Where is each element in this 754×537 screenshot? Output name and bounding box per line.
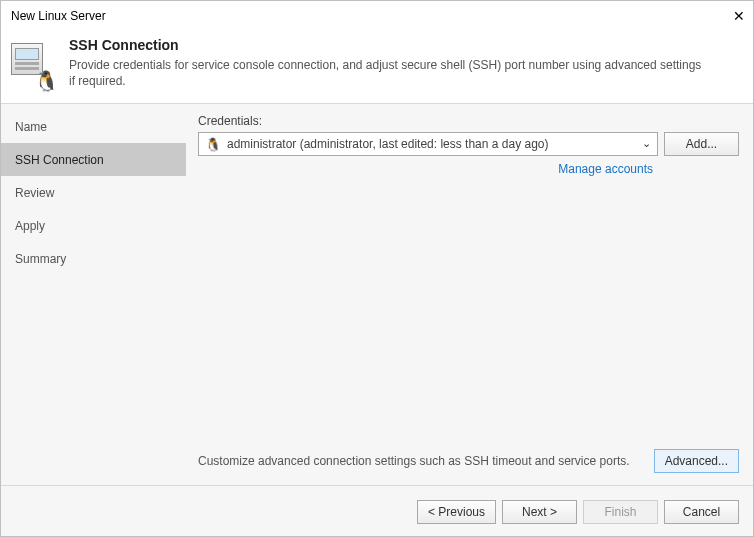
sidebar-item-label: Apply [15, 219, 45, 233]
sidebar-item-label: Name [15, 120, 47, 134]
sidebar-item-apply[interactable]: Apply [1, 209, 186, 242]
sidebar-item-label: SSH Connection [15, 153, 104, 167]
window-title: New Linux Server [11, 9, 106, 23]
main-panel: Credentials: 🐧 administrator (administra… [186, 104, 753, 485]
add-button[interactable]: Add... [664, 132, 739, 156]
wizard-window: New Linux Server ✕ 🐧 SSH Connection Prov… [0, 0, 754, 537]
sidebar-item-label: Review [15, 186, 54, 200]
credentials-row: 🐧 administrator (administrator, last edi… [198, 132, 739, 156]
server-linux-icon: 🐧 [11, 41, 55, 85]
advanced-row: Customize advanced connection settings s… [198, 441, 739, 473]
manage-accounts-link[interactable]: Manage accounts [198, 162, 739, 176]
titlebar: New Linux Server ✕ [1, 1, 753, 31]
credentials-selected-text: administrator (administrator, last edite… [227, 137, 549, 151]
header-text: SSH Connection Provide credentials for s… [69, 37, 709, 89]
wizard-body: Name SSH Connection Review Apply Summary… [1, 104, 753, 485]
close-icon[interactable]: ✕ [705, 8, 745, 24]
sidebar-item-summary[interactable]: Summary [1, 242, 186, 275]
step-description: Provide credentials for service console … [69, 57, 709, 89]
step-sidebar: Name SSH Connection Review Apply Summary [1, 104, 186, 485]
finish-button: Finish [583, 500, 658, 524]
chevron-down-icon: ⌄ [642, 137, 651, 150]
manage-accounts-label: Manage accounts [558, 162, 653, 176]
cancel-button-label: Cancel [683, 505, 720, 519]
advanced-button[interactable]: Advanced... [654, 449, 739, 473]
wizard-header: 🐧 SSH Connection Provide credentials for… [1, 31, 753, 103]
credentials-select[interactable]: 🐧 administrator (administrator, last edi… [198, 132, 658, 156]
add-button-label: Add... [686, 137, 717, 151]
sidebar-item-ssh-connection[interactable]: SSH Connection [1, 143, 186, 176]
finish-button-label: Finish [604, 505, 636, 519]
previous-button-label: < Previous [428, 505, 485, 519]
next-button-label: Next > [522, 505, 557, 519]
previous-button[interactable]: < Previous [417, 500, 496, 524]
sidebar-item-name[interactable]: Name [1, 110, 186, 143]
sidebar-item-label: Summary [15, 252, 66, 266]
cancel-button[interactable]: Cancel [664, 500, 739, 524]
wizard-footer: < Previous Next > Finish Cancel [1, 486, 753, 536]
next-button[interactable]: Next > [502, 500, 577, 524]
step-title: SSH Connection [69, 37, 709, 53]
advanced-hint: Customize advanced connection settings s… [198, 454, 630, 468]
credentials-label: Credentials: [198, 114, 739, 128]
sidebar-item-review[interactable]: Review [1, 176, 186, 209]
advanced-button-label: Advanced... [665, 454, 728, 468]
penguin-icon: 🐧 [205, 137, 221, 152]
